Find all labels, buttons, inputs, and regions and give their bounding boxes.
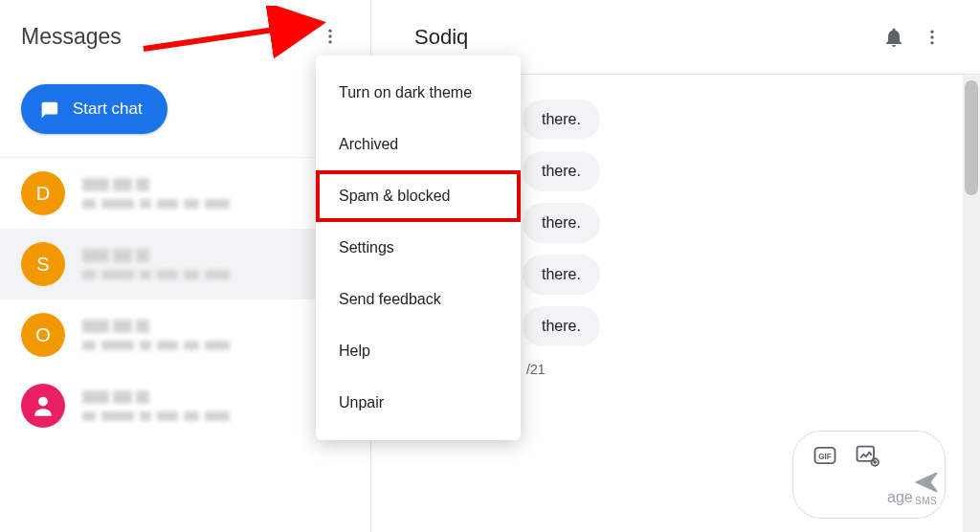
conversation-body — [82, 320, 349, 350]
menu-item[interactable]: Spam & blocked — [316, 170, 521, 222]
app-title: Messages — [21, 24, 122, 50]
composer-placeholder: age — [881, 489, 913, 506]
scrollbar-thumb[interactable] — [965, 80, 978, 195]
avatar: S — [21, 242, 65, 286]
avatar — [21, 384, 65, 428]
avatar: O — [21, 313, 65, 357]
person-icon — [31, 393, 56, 418]
avatar: D — [21, 171, 65, 215]
menu-item[interactable]: Send feedback — [316, 274, 521, 325]
more-vert-icon — [321, 27, 340, 46]
menu-item[interactable]: Turn on dark theme — [316, 67, 521, 119]
svg-point-6 — [930, 41, 933, 44]
send-button[interactable]: SMS — [913, 469, 940, 506]
conversation-body — [82, 178, 349, 209]
conversation-list: D8/31S8/31O8/228/22 — [0, 158, 370, 441]
menu-item[interactable]: Unpair — [316, 377, 521, 429]
message-stack: there.there.there.there.there./21 — [523, 94, 600, 377]
overflow-menu: Turn on dark themeArchivedSpam & blocked… — [316, 55, 521, 440]
svg-point-1 — [328, 34, 331, 37]
svg-point-5 — [930, 35, 933, 38]
conversation-item[interactable]: O8/22 — [0, 299, 370, 370]
send-icon — [913, 469, 940, 496]
menu-item[interactable]: Archived — [316, 119, 521, 170]
conversation-item[interactable]: 8/22 — [0, 370, 370, 441]
message-bubble: there. — [523, 255, 600, 295]
svg-point-2 — [328, 40, 331, 43]
gif-icon: GIF — [812, 442, 838, 469]
chat-more-button[interactable] — [913, 18, 951, 56]
start-chat-button[interactable]: Start chat — [21, 84, 167, 134]
sidebar-more-button[interactable] — [311, 17, 349, 55]
menu-item[interactable]: Help — [316, 325, 521, 377]
message-composer[interactable]: GIF age SMS — [792, 431, 946, 519]
message-date: /21 — [523, 352, 600, 377]
message-bubble: there. — [523, 151, 600, 191]
image-attach-icon — [854, 442, 880, 469]
notifications-button[interactable] — [875, 18, 913, 56]
contact-name: Sodiq — [400, 25, 875, 50]
conversation-item[interactable]: S8/31 — [0, 229, 370, 299]
scrollbar-track[interactable] — [963, 75, 980, 532]
svg-point-3 — [38, 397, 48, 407]
message-bubble: there. — [523, 203, 600, 243]
menu-item[interactable]: Settings — [316, 222, 521, 274]
gif-button[interactable]: GIF — [811, 441, 839, 470]
send-label: SMS — [915, 496, 937, 506]
conversation-body — [82, 390, 349, 421]
bell-icon — [882, 26, 905, 49]
attach-image-button[interactable] — [853, 441, 881, 470]
message-bubble: there. — [523, 100, 600, 140]
conversation-item[interactable]: D8/31 — [0, 158, 370, 229]
message-bubble: there. — [523, 306, 600, 346]
more-vert-icon — [923, 28, 942, 47]
svg-point-4 — [930, 30, 933, 33]
conversation-body — [82, 249, 349, 279]
svg-text:GIF: GIF — [818, 453, 832, 461]
chat-icon — [38, 99, 59, 120]
svg-point-0 — [328, 30, 331, 33]
start-chat-label: Start chat — [73, 100, 143, 119]
sidebar-header: Messages — [0, 0, 370, 73]
composer-icons: GIF — [811, 441, 881, 470]
